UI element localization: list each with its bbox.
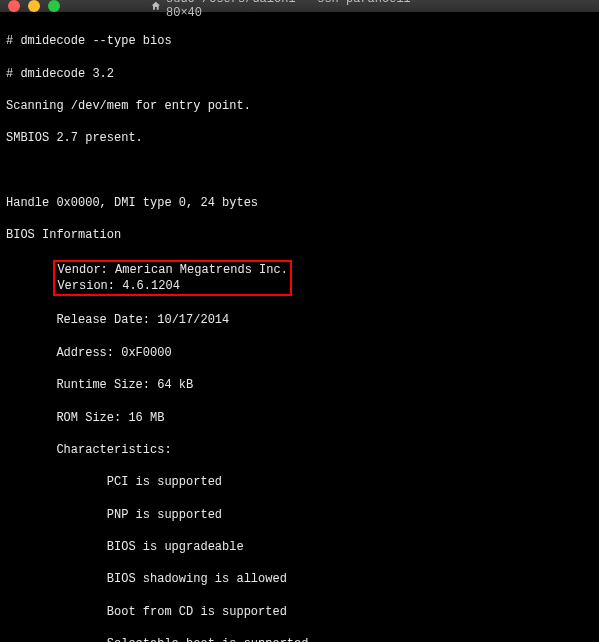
characteristic-item: Boot from CD is supported <box>6 604 593 620</box>
traffic-lights <box>8 0 60 12</box>
output-line: # dmidecode 3.2 <box>6 66 593 82</box>
window-title-text: sudo /Users/daichi — ssh parancell — 80×… <box>166 0 449 20</box>
titlebar: sudo /Users/daichi — ssh parancell — 80×… <box>0 0 599 13</box>
vendor-value: American Megatrends Inc. <box>115 263 288 277</box>
field-rom-size: ROM Size: 16 MB <box>6 410 593 426</box>
maximize-button[interactable] <box>48 0 60 12</box>
terminal-body[interactable]: # dmidecode --type bios # dmidecode 3.2 … <box>0 13 599 642</box>
characteristics-label: Characteristics: <box>6 442 593 458</box>
highlighted-block: Vendor: American Megatrends Inc. Version… <box>6 260 593 296</box>
characteristic-item: PCI is supported <box>6 474 593 490</box>
window-title: sudo /Users/daichi — ssh parancell — 80×… <box>150 0 450 20</box>
version-label: Version: <box>57 279 122 293</box>
red-highlight-box: Vendor: American Megatrends Inc. Version… <box>53 260 291 296</box>
field-release-date: Release Date: 10/17/2014 <box>6 312 593 328</box>
section-title: BIOS Information <box>6 227 593 243</box>
minimize-button[interactable] <box>28 0 40 12</box>
field-runtime-size: Runtime Size: 64 kB <box>6 377 593 393</box>
home-icon <box>150 0 161 12</box>
blank-line <box>6 163 593 179</box>
cmd-line: # dmidecode --type bios <box>6 33 593 49</box>
output-line: SMBIOS 2.7 present. <box>6 130 593 146</box>
characteristic-item: PNP is supported <box>6 507 593 523</box>
output-line: Scanning /dev/mem for entry point. <box>6 98 593 114</box>
characteristic-item: Selectable boot is supported <box>6 636 593 642</box>
close-button[interactable] <box>8 0 20 12</box>
handle-header: Handle 0x0000, DMI type 0, 24 bytes <box>6 195 593 211</box>
characteristic-item: BIOS is upgradeable <box>6 539 593 555</box>
version-value: 4.6.1204 <box>122 279 180 293</box>
field-address: Address: 0xF0000 <box>6 345 593 361</box>
terminal-window: sudo /Users/daichi — ssh parancell — 80×… <box>0 0 599 642</box>
characteristic-item: BIOS shadowing is allowed <box>6 571 593 587</box>
vendor-label: Vendor: <box>57 263 115 277</box>
